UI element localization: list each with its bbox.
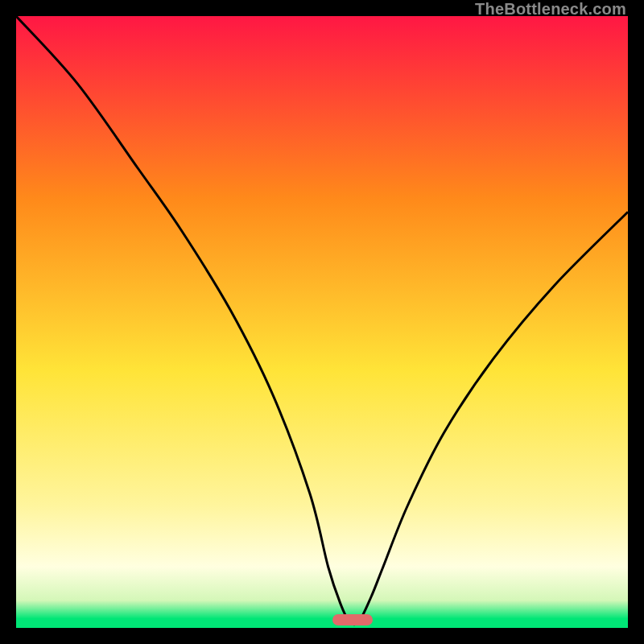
watermark-text: TheBottleneck.com <box>475 0 626 19</box>
optimal-range-marker <box>332 614 372 625</box>
chart-frame <box>16 16 628 628</box>
chart-plot <box>16 16 628 628</box>
